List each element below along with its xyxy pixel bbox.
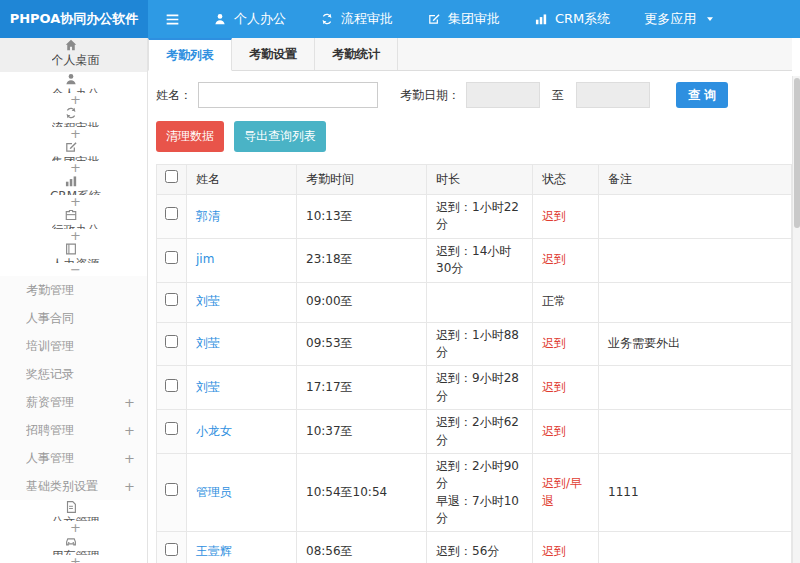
- date-to-label: 至: [552, 87, 564, 104]
- row-checkbox[interactable]: [165, 207, 178, 220]
- expand-toggle[interactable]: +: [70, 521, 81, 534]
- date-start-input[interactable]: [466, 82, 540, 108]
- remark-cell: [599, 366, 792, 410]
- row-checkbox[interactable]: [165, 293, 178, 306]
- topnav-item[interactable]: 集团审批: [410, 0, 517, 38]
- table-row: 刘莹17:17至迟到：9小时28分迟到: [157, 366, 792, 410]
- row-select-cell: [157, 453, 187, 532]
- query-button[interactable]: 查 询: [676, 82, 728, 108]
- app-logo[interactable]: PHPOA协同办公软件: [0, 0, 148, 38]
- employee-name-link[interactable]: 刘莹: [196, 336, 220, 350]
- sidebar-item[interactable]: 基础类别设置+: [0, 472, 147, 500]
- column-header: 状态: [533, 165, 599, 195]
- sidebar-item[interactable]: 流程审批+: [0, 106, 147, 140]
- status-cell: 迟到: [533, 410, 599, 454]
- employee-name-link[interactable]: 刘莹: [196, 294, 220, 308]
- expand-toggle[interactable]: +: [124, 424, 135, 437]
- tab-attendance-stats[interactable]: 考勤统计: [315, 38, 398, 70]
- tab-attendance-list[interactable]: 考勤列表: [148, 38, 232, 71]
- name-cell: 刘莹: [187, 282, 297, 322]
- employee-name-link[interactable]: jim: [196, 252, 214, 266]
- sidebar-item[interactable]: 人事合同: [0, 304, 147, 332]
- attendance-time-cell: 10:37至: [297, 410, 427, 454]
- duration-cell: 迟到：1小时88分: [427, 322, 533, 366]
- status-cell: 迟到: [533, 532, 599, 563]
- expand-toggle[interactable]: +: [70, 161, 81, 174]
- sidebar-item[interactable]: 培训管理: [0, 332, 147, 360]
- scrollbar-thumb[interactable]: [794, 78, 800, 228]
- tab-bar: 考勤列表考勤设置考勤统计: [148, 38, 792, 71]
- home-icon: [64, 38, 78, 52]
- sidebar-item[interactable]: 薪资管理+: [0, 388, 147, 416]
- expand-toggle[interactable]: +: [70, 93, 81, 106]
- sidebar-item[interactable]: 行政办公+: [0, 208, 147, 242]
- row-select-cell: [157, 282, 187, 322]
- topnav-item-label: 流程审批: [341, 10, 393, 28]
- date-end-input[interactable]: [576, 82, 650, 108]
- sidebar-item[interactable]: 个人办公+: [0, 72, 147, 106]
- sidebar-item[interactable]: 集团审批+: [0, 140, 147, 174]
- topnav-item-label: CRM系统: [555, 10, 610, 28]
- top-nav: 个人办公流程审批集团审批CRM系统更多应用: [196, 0, 732, 38]
- cycle-icon: [320, 12, 334, 26]
- topnav-item[interactable]: 流程审批: [303, 0, 410, 38]
- sidebar-item[interactable]: 公文管理+: [0, 500, 147, 534]
- sidebar-item-label: 基础类别设置: [26, 478, 124, 495]
- table-row: 刘莹09:53至迟到：1小时88分迟到业务需要外出: [157, 322, 792, 366]
- duration-line: 早退：7小时10分: [436, 493, 523, 528]
- row-checkbox[interactable]: [165, 379, 178, 392]
- chart-icon: [534, 12, 548, 26]
- table-row: 管理员10:54至10:54迟到：2小时90分早退：7小时10分迟到/早退111…: [157, 453, 792, 532]
- sidebar-item[interactable]: 个人桌面: [0, 38, 147, 72]
- edit-icon: [427, 12, 441, 26]
- column-header: 考勤时间: [297, 165, 427, 195]
- select-all-checkbox[interactable]: [165, 170, 178, 183]
- remark-cell: [599, 195, 792, 239]
- export-list-button[interactable]: 导出查询列表: [234, 121, 326, 152]
- sidebar-item[interactable]: CRM系统+: [0, 174, 147, 208]
- sidebar-item[interactable]: 奖惩记录: [0, 360, 147, 388]
- tab-attendance-settings[interactable]: 考勤设置: [232, 38, 315, 70]
- name-filter-input[interactable]: [198, 82, 378, 108]
- expand-toggle[interactable]: +: [70, 195, 81, 208]
- employee-name-link[interactable]: 小龙女: [196, 424, 232, 438]
- table-header-row: 姓名考勤时间时长状态备注: [157, 165, 792, 195]
- employee-name-link[interactable]: 郭清: [196, 209, 220, 223]
- topnav-item[interactable]: CRM系统: [517, 0, 627, 38]
- expand-toggle[interactable]: +: [70, 229, 81, 242]
- row-checkbox[interactable]: [165, 335, 178, 348]
- employee-name-link[interactable]: 刘莹: [196, 380, 220, 394]
- sidebar-item[interactable]: 考勤管理: [0, 276, 147, 304]
- sidebar-item[interactable]: 人力资源−: [0, 242, 147, 276]
- attendance-time-cell: 09:53至: [297, 322, 427, 366]
- expand-toggle[interactable]: +: [124, 396, 135, 409]
- row-checkbox[interactable]: [165, 251, 178, 264]
- remark-cell: [599, 282, 792, 322]
- menu-toggle-button[interactable]: [148, 0, 196, 38]
- user-icon: [213, 12, 227, 26]
- remark-cell: [599, 410, 792, 454]
- duration-cell: 迟到：9小时28分: [427, 366, 533, 410]
- sidebar-item[interactable]: 招聘管理+: [0, 416, 147, 444]
- topnav-item[interactable]: 个人办公: [196, 0, 303, 38]
- employee-name-link[interactable]: 管理员: [196, 485, 232, 499]
- topnav-item[interactable]: 更多应用: [627, 0, 732, 38]
- attendance-time-cell: 08:56至: [297, 532, 427, 563]
- expand-toggle[interactable]: +: [70, 555, 81, 563]
- row-checkbox[interactable]: [165, 483, 178, 496]
- employee-name-link[interactable]: 王壹辉: [196, 544, 232, 558]
- row-checkbox[interactable]: [165, 422, 178, 435]
- row-checkbox[interactable]: [165, 543, 178, 556]
- expand-toggle[interactable]: +: [124, 452, 135, 465]
- expand-toggle[interactable]: +: [124, 480, 135, 493]
- clear-data-button[interactable]: 清理数据: [156, 121, 224, 152]
- remark-cell: 业务需要外出: [599, 322, 792, 366]
- expand-toggle[interactable]: +: [70, 127, 81, 140]
- status-cell: 正常: [533, 282, 599, 322]
- expand-toggle[interactable]: −: [70, 263, 81, 276]
- status-cell: 迟到: [533, 366, 599, 410]
- sidebar-item[interactable]: 人事管理+: [0, 444, 147, 472]
- sidebar-item[interactable]: 用车管理+: [0, 534, 147, 563]
- vertical-scrollbar[interactable]: [792, 76, 800, 563]
- duration-cell: 迟到：2小时62分: [427, 410, 533, 454]
